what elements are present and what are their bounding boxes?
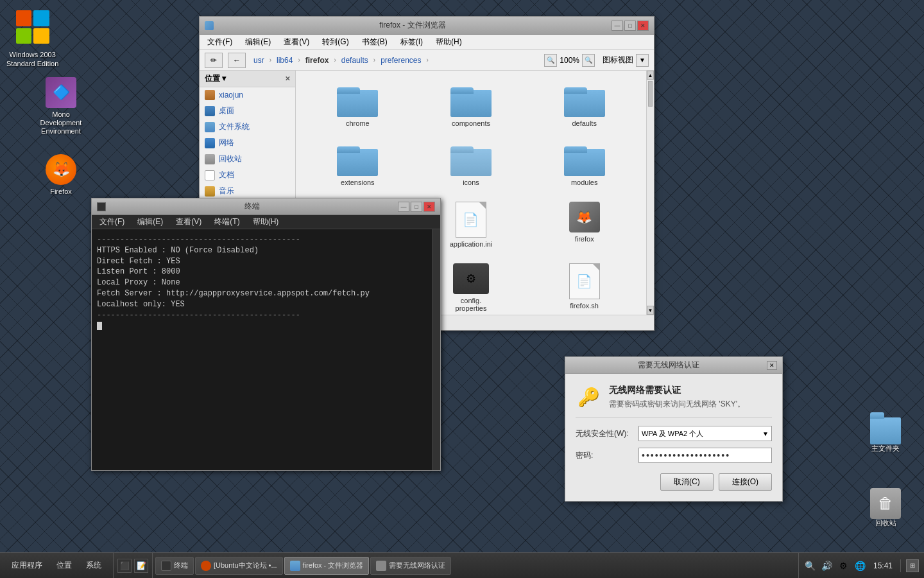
file-item-firefox-sh[interactable]: 📄 firefox.sh [533,261,636,315]
breadcrumb-firefox[interactable]: firefox [303,55,332,66]
term-menu-file[interactable]: 文件(F) [94,215,130,229]
wifi-close-btn[interactable]: ✕ [767,361,777,370]
breadcrumb-preferences[interactable]: preferences [378,55,424,66]
tray-layout-btn[interactable]: ⊞ [906,559,919,572]
wifi-cancel-btn[interactable]: 取消(C) [660,473,714,491]
file-item-chrome[interactable]: chrome [306,81,409,130]
sidebar-item-docs[interactable]: 文档 [200,167,295,183]
sidebar-item-desktop[interactable]: 桌面 [200,103,295,119]
terminal-content[interactable]: ----------------------------------------… [92,229,432,470]
start-item-places[interactable]: 位置 [51,559,77,572]
terminal-maximize-btn[interactable]: □ [411,202,422,212]
sidebar-item-xiaojun[interactable]: xiaojun [200,87,295,103]
file-browser-scrollbar[interactable]: ▲ ▼ [646,71,654,315]
breadcrumb-lib64[interactable]: lib64 [274,55,295,66]
scroll-thumb[interactable] [648,81,653,107]
terminal-close-btn[interactable]: ✕ [424,202,435,212]
taskbar-btn-firefox[interactable]: firefox - 文件浏览器 [284,557,370,575]
menu-file[interactable]: 文件(F) [202,35,237,49]
sidebar-icon-filesystem [205,122,215,132]
tray-network-icon[interactable]: 🌐 [854,559,867,572]
sidebar-item-trash[interactable]: 回收站 [200,151,295,167]
wifi-password-row: 密码: [576,448,772,463]
taskbar-tray: 🔍 🔊 ⚙ 🌐 15:41 ⊞ [798,553,924,578]
toolbar-edit-btn[interactable]: ✏ [205,53,223,68]
scroll-down-btn[interactable]: ▼ [647,306,654,315]
breadcrumb: usr › lib64 › firefox › defaults › prefe… [251,51,649,69]
os-label-area: Windows 2003 Standard Edition [6,6,58,69]
file-browser-minimize-btn[interactable]: — [612,21,623,31]
quick-notes-icon[interactable]: 📝 [134,559,148,573]
breadcrumb-defaults[interactable]: defaults [339,55,371,66]
sidebar-item-filesystem[interactable]: 文件系统 [200,119,295,135]
menu-edit[interactable]: 编辑(E) [240,35,276,49]
start-item-system[interactable]: 系统 [81,559,107,572]
desktop-icon-trash[interactable]: 🗑 回收站 [860,488,911,527]
wifi-header-row: 🔑 无线网络需要认证 需要密码或密钥来访问无线网络 'SKY'。 [576,384,772,410]
file-browser-controls: — □ ✕ [612,21,649,31]
menu-view[interactable]: 查看(V) [278,35,314,49]
taskbar-label-terminal: 终端 [174,561,188,570]
quick-terminal-icon[interactable]: ⬛ [117,559,132,573]
terminal-scrollbar[interactable] [432,229,440,470]
file-item-icons[interactable]: icons [420,140,523,189]
taskbar-icon-firefox-browser [290,561,300,571]
terminal-line-direct: Direct Fetch : YES [97,256,427,267]
wifi-security-row: 无线安全性(W): WPA 及 WPA2 个人 ▼ [576,426,772,441]
zoom-out-btn[interactable]: 🔍 [544,54,557,67]
menu-bookmarks[interactable]: 书签(B) [357,35,393,49]
quick-launch: ⬛ 📝 [114,553,153,578]
wifi-password-input[interactable] [638,448,772,463]
tray-settings-icon[interactable]: ⚙ [837,559,850,572]
file-browser-title: firefox - 文件浏览器 [214,20,612,31]
tray-search-icon[interactable]: 🔍 [804,559,817,572]
firefox-label: Firefox [50,188,72,196]
sidebar-close-btn[interactable]: ✕ [285,75,290,82]
menu-goto[interactable]: 转到(G) [317,35,354,49]
start-item-apps[interactable]: 应用程序 [6,559,47,572]
file-browser-close-btn[interactable]: ✕ [637,21,649,31]
sidebar-icon-docs [205,170,215,180]
sidebar-item-network[interactable]: 网络 [200,135,295,151]
doc-label-application-ini: application.ini [450,240,493,248]
desktop-icon-firefox[interactable]: 🦊 Firefox [35,154,87,196]
term-menu-help[interactable]: 帮助(H) [248,215,284,229]
trash-icon: 🗑 [870,488,901,519]
terminal-controls: — □ ✕ [398,202,435,212]
taskbar-btn-ubuntuforum[interactable]: [Ubuntu中文论坛 •... [195,557,283,575]
toolbar-back-btn[interactable]: ← [228,53,246,68]
file-item-defaults[interactable]: defaults [533,81,636,130]
taskbar-btn-wifi[interactable]: 需要无线网络认证 [370,557,451,575]
taskbar-btn-terminal[interactable]: 终端 [155,557,194,575]
term-menu-terminal[interactable]: 终端(T) [209,215,244,229]
scroll-track [647,80,654,306]
doc-icon-firefox-sh: 📄 [569,263,600,299]
terminal-line-dashes1: ----------------------------------------… [97,234,427,245]
menu-tags[interactable]: 标签(I) [395,35,428,49]
breadcrumb-right: 🔍 100% 🔍 图标视图 ▼ [544,54,649,67]
term-menu-edit[interactable]: 编辑(E) [132,215,168,229]
breadcrumb-usr[interactable]: usr [251,55,267,66]
file-item-modules[interactable]: modules [533,140,636,189]
file-item-firefox-exe[interactable]: 🦊 firefox [533,199,636,250]
file-item-components[interactable]: components [420,81,523,130]
file-item-extensions[interactable]: extensions [306,140,409,189]
file-browser-maximize-btn[interactable]: □ [624,21,636,31]
taskbar-apps: 终端 [Ubuntu中文论坛 •... firefox - 文件浏览器 需要无线… [153,553,798,578]
folder-icon-components [450,83,492,117]
wifi-connect-btn[interactable]: 连接(O) [719,473,772,491]
scroll-up-btn[interactable]: ▲ [647,71,654,80]
view-mode-dropdown-btn[interactable]: ▼ [636,54,649,67]
zoom-in-btn[interactable]: 🔍 [582,54,595,67]
mono-icon: 🔷 [46,77,76,108]
tray-volume-icon[interactable]: 🔊 [821,559,834,572]
term-menu-view[interactable]: 查看(V) [171,215,207,229]
sidebar-item-music[interactable]: 音乐 [200,183,295,199]
terminal-minimize-btn[interactable]: — [398,202,409,212]
desktop-icon-home-folder[interactable]: 主文件夹 [860,417,911,453]
terminal-titlebar: 终端 — □ ✕ [92,198,440,215]
wifi-security-select[interactable]: WPA 及 WPA2 个人 ▼ [638,426,772,441]
desktop-icon-mono[interactable]: 🔷 Mono Development Environment [35,77,87,136]
sidebar-header: 位置 ▾ ✕ [200,71,295,87]
menu-help[interactable]: 帮助(H) [431,35,467,49]
